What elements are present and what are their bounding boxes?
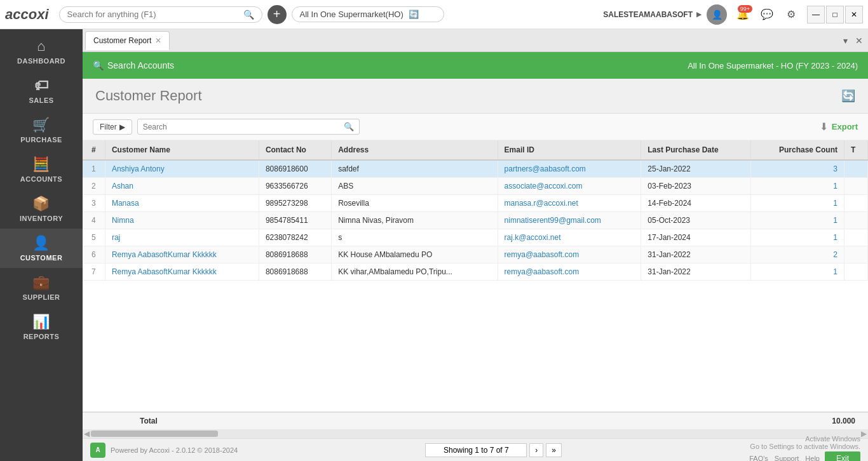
close-button[interactable]: ✕ [845, 6, 863, 23]
cell-r3-c7 [844, 212, 867, 229]
filter-search-bar[interactable]: 🔍 [137, 119, 360, 135]
col-header-7: T [844, 140, 867, 160]
page-info: Showing 1 to 7 of 7 [425, 443, 527, 457]
cell-r1-c1: Ashan [105, 178, 259, 195]
main-layout: ⌂DASHBOARD🏷SALES🛒PURCHASE🧮ACCOUNTS📦INVEN… [0, 29, 868, 461]
cell-r2-c7 [844, 195, 867, 212]
sales-icon: 🏷 [34, 77, 49, 94]
activate-windows-text: Activate Windows Go to Settings to activ… [750, 435, 860, 450]
cell-r0-c5: 25-Jan-2022 [641, 160, 750, 178]
cell-r0-c2: 8086918600 [259, 160, 331, 178]
table-row[interactable]: 6Remya AabasoftKumar Kkkkkk8086918688KK … [83, 246, 868, 264]
cell-r0-c4: partners@aabasoft.com [498, 160, 641, 178]
search-icon[interactable]: 🔍 [243, 10, 254, 20]
window-controls: — □ ✕ [807, 6, 863, 23]
cell-r2-c2: 9895273298 [259, 195, 331, 212]
messages-button[interactable]: 💬 [756, 4, 778, 25]
sidebar-item-customer[interactable]: 👤CUSTOMER [0, 229, 83, 268]
table-row[interactable]: 3Manasa9895273298Rosevillamanasa.r@accox… [83, 195, 868, 212]
customer-icon: 👤 [32, 235, 50, 251]
user-dropdown-icon[interactable]: ▶ [696, 11, 702, 18]
col-header-3: Address [332, 140, 498, 160]
cell-r6-c1: Remya AabasoftKumar Kkkkkk [105, 264, 259, 281]
cell-r3-c3: Nimna Nivas, Piravom [332, 212, 498, 229]
export-filter-icon[interactable]: ⬇ [820, 121, 828, 133]
global-search-bar[interactable]: 🔍 [59, 6, 262, 23]
table-row[interactable]: 4Nimna9854785411Nimna Nivas, Piravomnimn… [83, 212, 868, 229]
cell-r3-c2: 9854785411 [259, 212, 331, 229]
sidebar-item-inventory[interactable]: 📦INVENTORY [0, 189, 83, 229]
tab-close-icon[interactable]: ✕ [155, 36, 161, 45]
cell-r4-c1: raj [105, 229, 259, 246]
sidebar-item-purchase[interactable]: 🛒PURCHASE [0, 110, 83, 150]
bottom-links: FAQ's Support Help [749, 455, 820, 462]
sidebar-item-label: ACCOUNTS [20, 175, 62, 183]
sidebar-item-dashboard[interactable]: ⌂DASHBOARD [0, 32, 83, 71]
minimize-button[interactable]: — [807, 6, 825, 23]
powered-logo: A [90, 443, 105, 458]
filter-button[interactable]: Filter ▶ [93, 119, 132, 135]
tab-label: Customer Report [93, 36, 151, 45]
filter-expand-icon: ▶ [119, 123, 125, 131]
table-row[interactable]: 7Remya AabasoftKumar Kkkkkk8086918688KK … [83, 264, 868, 281]
cell-r4-c4: raj.k@accoxi.net [498, 229, 641, 246]
company-name: All In One Supermarket(HO) [300, 10, 403, 19]
notifications-button[interactable]: 🔔99+ [732, 4, 754, 25]
top-bar: accoxi 🔍 + All In One Supermarket(HO) 🔄 … [0, 0, 868, 29]
add-button[interactable]: + [268, 5, 287, 24]
sidebar-item-label: CUSTOMER [20, 254, 63, 262]
tab-pin-button[interactable]: ▾ [841, 34, 850, 47]
help-link[interactable]: Help [805, 455, 820, 462]
company-refresh-icon[interactable]: 🔄 [409, 10, 419, 19]
sidebar-item-accounts[interactable]: 🧮ACCOUNTS [0, 150, 83, 189]
last-page-button[interactable]: » [546, 443, 562, 457]
search-input[interactable] [67, 10, 243, 19]
cell-r2-c6: 1 [750, 195, 844, 212]
avatar[interactable]: 👤 [707, 4, 727, 25]
dashboard-icon: ⌂ [37, 38, 46, 55]
settings-button[interactable]: ⚙ [780, 4, 802, 25]
supplier-icon: 💼 [32, 274, 50, 291]
cell-r0-c1: Anshiya Antony [105, 160, 259, 178]
powered-text: Powered by Accoxi - 2.0.12 © 2018-2024 [111, 446, 238, 454]
cell-r5-c7 [844, 246, 867, 264]
cell-r4-c7 [844, 229, 867, 246]
support-link[interactable]: Support [775, 455, 799, 462]
table-row[interactable]: 5raj6238078242sraj.k@accoxi.net17-Jan-20… [83, 229, 868, 246]
sidebar-item-supplier[interactable]: 💼SUPPLIER [0, 268, 83, 307]
cell-r0-c3: safdef [332, 160, 498, 178]
maximize-button[interactable]: □ [826, 6, 844, 23]
sidebar-item-sales[interactable]: 🏷SALES [0, 71, 83, 110]
search-accounts-icon: 🔍 [93, 60, 104, 70]
cell-r1-c7 [844, 178, 867, 195]
page-refresh-button[interactable]: 🔄 [841, 89, 855, 103]
export-area: ⬇ Export [820, 121, 858, 133]
cell-r1-c0: 2 [83, 178, 105, 195]
inventory-icon: 📦 [32, 196, 50, 212]
filter-search-icon[interactable]: 🔍 [344, 122, 354, 131]
cell-r1-c4: associate@accoxi.com [498, 178, 641, 195]
cell-r4-c3: s [332, 229, 498, 246]
content-area: Customer Report 🔄 Filter ▶ 🔍 ⬇ Export [83, 79, 868, 461]
tab-bar: Customer Report ✕ ▾ ✕ [83, 29, 868, 52]
next-page-button[interactable]: › [529, 443, 543, 457]
cell-r2-c5: 14-Feb-2024 [641, 195, 750, 212]
export-button[interactable]: Export [832, 122, 858, 131]
faq-link[interactable]: FAQ's [749, 455, 768, 462]
app-logo: accoxi [5, 6, 49, 23]
top-icons: 🔔99+ 💬 ⚙ [732, 4, 802, 25]
filter-search-input[interactable] [143, 123, 344, 131]
company-selector[interactable]: All In One Supermarket(HO) 🔄 [292, 6, 444, 22]
exit-button[interactable]: Exit [825, 451, 860, 462]
table-row[interactable]: 1Anshiya Antony8086918600safdefpartners@… [83, 160, 868, 178]
cell-r2-c3: Rosevilla [332, 195, 498, 212]
tab-customer-report[interactable]: Customer Report ✕ [85, 31, 170, 50]
sidebar-item-reports[interactable]: 📊REPORTS [0, 307, 83, 347]
sidebar-item-label: PURCHASE [20, 136, 62, 144]
tab-close-button[interactable]: ✕ [853, 34, 865, 47]
table-row[interactable]: 2Ashan9633566726ABSassociate@accoxi.com0… [83, 178, 868, 195]
search-accounts-button[interactable]: 🔍 Search Accounts [93, 60, 174, 70]
col-header-1: Customer Name [105, 140, 259, 160]
cell-r3-c5: 05-Oct-2023 [641, 212, 750, 229]
scroll-thumb[interactable] [91, 431, 218, 437]
